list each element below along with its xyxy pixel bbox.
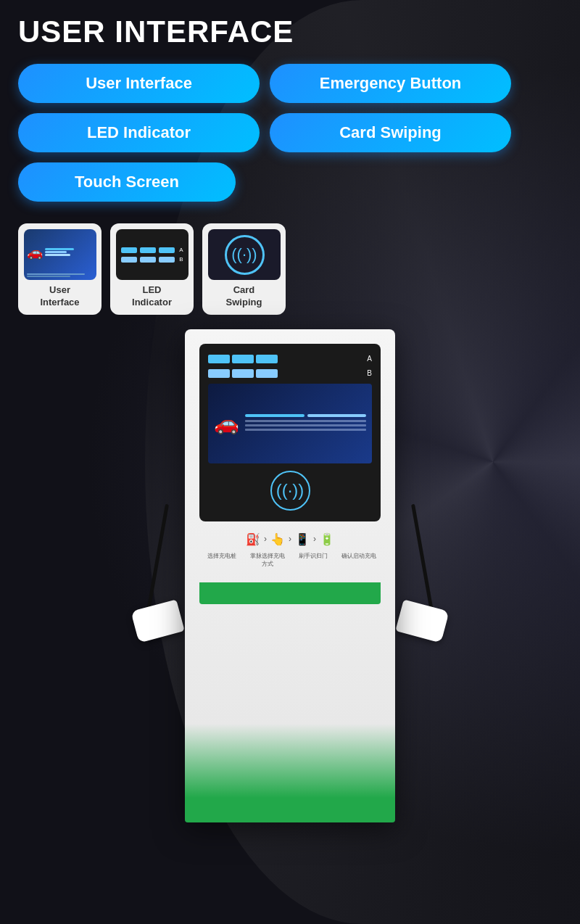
screen-stats	[245, 414, 366, 433]
feature-btn-card-swiping[interactable]: Card Swiping	[270, 113, 511, 152]
screen-bar-1	[245, 414, 304, 417]
led-group-b	[208, 369, 278, 378]
feature-btn-touch-screen[interactable]: Touch Screen	[18, 162, 236, 202]
charger-wrapper: A B 🚗	[178, 329, 402, 822]
screen-text-3	[245, 429, 366, 431]
led-label-a-panel: A	[367, 355, 372, 363]
panel-led-b3	[256, 369, 278, 378]
thumb-label-card: CardSwiping	[208, 284, 280, 309]
led-group-a	[208, 355, 278, 363]
stat-bar-1	[45, 248, 74, 250]
screen-text-2	[245, 424, 366, 426]
led-block-3	[159, 247, 175, 253]
right-cable	[411, 503, 434, 611]
left-cable	[146, 503, 169, 611]
page-title: USER INTERFACE	[18, 15, 562, 49]
led-label-b: B	[179, 256, 183, 263]
step-icon-1: ⛽	[246, 532, 260, 546]
steps-icon-row: ⛽ › 👆 › 📱 › 🔋	[199, 532, 381, 546]
panel-led-row-b: B	[208, 369, 372, 378]
panel-nfc-icon: ((·))	[276, 480, 304, 500]
mini-car-icon: 🚗	[27, 244, 43, 260]
led-block-6	[159, 257, 175, 263]
step-arrow-1: ›	[264, 534, 267, 544]
screen-car-row: 🚗	[214, 411, 366, 435]
panel-led-a2	[232, 355, 254, 363]
led-block-1	[121, 247, 137, 253]
led-row-1: A	[121, 247, 183, 253]
thumb-card-card[interactable]: ((·)) CardSwiping	[202, 223, 286, 315]
thumb-card-led[interactable]: A B LEDIndicator	[110, 223, 194, 315]
step-icon-4: 🔋	[320, 532, 334, 546]
step-arrow-2: ›	[289, 534, 291, 544]
feature-btn-led-indicator[interactable]: LED Indicator	[18, 113, 260, 152]
left-gun	[130, 599, 184, 643]
step-label-3: 刷手识归门	[293, 552, 333, 568]
step-label-4: 确认启动充电	[339, 552, 378, 568]
led-row-2: B	[121, 256, 183, 263]
screen-car-icon: 🚗	[214, 411, 239, 435]
steps-label-row: 选择充电桩 掌脉选择充电方式 刷手识归门 确认启动充电	[199, 552, 381, 582]
charger-touch-screen[interactable]: 🚗	[208, 384, 372, 463]
thumb-image-card: ((·))	[208, 229, 281, 280]
thumb-label-ui: UserInterface	[24, 284, 96, 309]
step-label-2: 掌脉选择充电方式	[247, 552, 287, 568]
charger-section: A B 🚗	[18, 329, 562, 822]
thumb-card-ui[interactable]: 🚗 UserInterface	[18, 223, 102, 315]
panel-led-row-a: A	[208, 355, 372, 363]
screen-bar-2	[307, 414, 367, 417]
mini-nfc-icon: ((·))	[231, 245, 257, 264]
led-block-4	[121, 257, 137, 263]
thumb-image-led: A B	[116, 229, 188, 280]
led-block-5	[140, 257, 156, 263]
panel-nfc-area[interactable]: ((·))	[208, 471, 372, 511]
step-icon-2: 👆	[270, 532, 285, 546]
mini-nfc-circle: ((·))	[225, 235, 265, 275]
screen-text-1	[245, 420, 366, 422]
thumb-label-led: LEDIndicator	[116, 284, 188, 309]
panel-led-b2	[232, 369, 254, 378]
right-connector	[399, 503, 446, 638]
step-label-1: 选择充电桩	[202, 552, 241, 568]
charger-body: A B 🚗	[185, 329, 395, 822]
text-line-1	[27, 273, 85, 275]
led-block-2	[140, 247, 156, 253]
step-icon-3: 📱	[295, 532, 310, 546]
stat-bar-2	[45, 251, 67, 253]
panel-led-b1	[208, 369, 230, 378]
led-label-b-panel: B	[367, 369, 372, 377]
left-connector	[134, 503, 181, 638]
feature-btn-user-interface[interactable]: User Interface	[18, 64, 260, 103]
feature-buttons-grid: User Interface Emergency Button LED Indi…	[18, 64, 511, 202]
charger-panel: A B 🚗	[199, 344, 381, 521]
stat-bar-3	[45, 254, 70, 256]
right-gun	[395, 599, 449, 643]
text-line-2	[27, 276, 70, 277]
panel-led-a3	[256, 355, 278, 363]
panel-nfc-circle: ((·))	[270, 471, 310, 511]
panel-led-a1	[208, 355, 230, 363]
led-label-a: A	[179, 247, 183, 253]
thumbnail-row: 🚗 UserInterface	[18, 223, 562, 315]
feature-btn-emergency-button[interactable]: Emergency Button	[270, 64, 511, 103]
step-arrow-3: ›	[313, 534, 316, 544]
thumb-image-ui: 🚗	[24, 229, 96, 280]
charger-green-base	[199, 582, 381, 604]
